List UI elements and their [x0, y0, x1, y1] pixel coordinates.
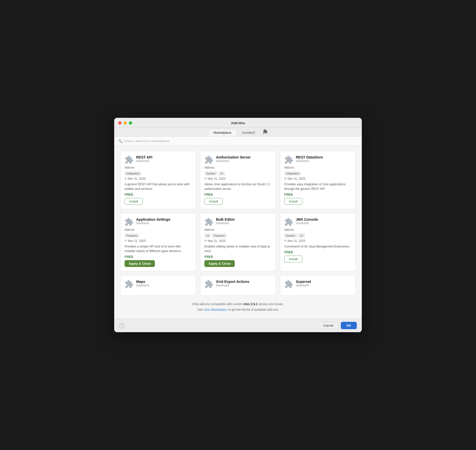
install-button-auth-server[interactable]: Install [204, 198, 223, 205]
addon-name: Superset [296, 280, 351, 284]
addon-card-grid-export: Grid Export Actions Haulmont [200, 275, 276, 296]
tag: Features [212, 234, 226, 238]
addon-date: ↻ Mar 31, 2025 [204, 239, 272, 243]
tag: Integration [125, 171, 141, 175]
addon-type: Add-on [125, 228, 192, 232]
help-button[interactable]: ? [119, 323, 125, 328]
apply-close-button-app-settings[interactable]: Apply & Close [125, 260, 155, 267]
addon-name: JMX Console [296, 217, 351, 221]
addon-date: ↻ Mar 31, 2025 [125, 177, 192, 181]
refresh-icon: ↻ [204, 177, 207, 180]
tab-marketplace[interactable]: Marketplace [208, 129, 237, 136]
addon-name: Maps [136, 280, 192, 284]
addon-name: Authorization Server [216, 155, 272, 159]
addons-grid-row1: REST API Haulmont Add-on Integration ↻ M… [120, 151, 356, 209]
ok-button[interactable]: OK [341, 322, 357, 329]
footer-info: Only add-ons compatible with current Jmi… [120, 300, 356, 313]
tag: UI [298, 234, 305, 238]
addon-window: Add-Ons Marketplace Installed* 🔍 [114, 118, 362, 332]
search-input[interactable] [124, 139, 358, 143]
install-button-jmx-console[interactable]: Install [284, 256, 302, 262]
addon-vendor: Haulmont [296, 221, 351, 225]
content-area: REST API Haulmont Add-on Integration ↻ M… [114, 146, 362, 319]
addon-vendor: Haulmont [216, 159, 272, 163]
addon-price: FREE [204, 193, 272, 196]
addon-type: Add-on [125, 166, 192, 169]
addon-description: Provides easy integration of Jmix applic… [284, 182, 351, 191]
addon-name: REST API [136, 155, 192, 159]
addon-icon-superset [284, 280, 293, 289]
addon-icon-bulk-editor [204, 217, 213, 227]
addon-icon-rest-datastore [284, 155, 293, 164]
maximize-button[interactable] [129, 121, 132, 125]
refresh-icon: ↻ [125, 239, 127, 242]
addons-grid-row2: Application Settings Haulmont Add-on Fea… [120, 213, 356, 271]
refresh-icon: ↻ [284, 239, 287, 242]
jmix-marketplace-link[interactable]: Jmix Marketplace [204, 308, 227, 311]
addon-vendor: Haulmont [296, 284, 351, 287]
traffic-lights [118, 121, 132, 125]
jmix-version: Jmix 2.5.1 [243, 302, 257, 306]
footer-actions: Cancel OK [318, 322, 357, 329]
addon-icon-jmx-console [284, 217, 293, 227]
add-plugin-icon[interactable] [263, 129, 268, 136]
addon-price: FREE [284, 193, 351, 196]
addon-type: Add-on [284, 228, 351, 232]
install-button-rest-datastore[interactable]: Install [284, 198, 302, 205]
apply-close-button-bulk-editor[interactable]: Apply & Close [204, 260, 235, 267]
cancel-button[interactable]: Cancel [318, 322, 338, 329]
addon-type: Add-on [204, 228, 272, 232]
addon-description: Enables editing values in multiple rows … [204, 244, 272, 253]
refresh-icon: ↻ [204, 239, 207, 242]
minimize-button[interactable] [124, 121, 127, 125]
addon-icon-maps [125, 280, 134, 289]
install-button-rest-api[interactable]: Install [125, 198, 143, 205]
addon-name: Bulk Editor [216, 217, 272, 221]
tag: Features [125, 234, 139, 238]
addon-card-jmx-console: JMX Console Haulmont Add-on System UI ↻ … [280, 213, 356, 271]
addon-date: ↻ Mar 31, 2025 [284, 239, 351, 243]
addon-card-auth-server: Authorization Server Haulmont Add-on Sys… [200, 151, 276, 209]
dialog-footer: ? Cancel OK [114, 319, 362, 332]
addon-date: ↻ Mar 31, 2025 [125, 239, 192, 243]
addon-icon-rest-api [125, 155, 134, 164]
addon-vendor: Haulmont [216, 284, 272, 287]
addon-icon-grid-export [204, 280, 213, 289]
addon-icon-app-settings [125, 217, 134, 227]
addon-description: Allows Jmix applications to function as … [204, 182, 272, 191]
addons-grid-row3: Maps Haulmont Grid Export Actions Haulmo… [120, 275, 356, 296]
search-bar: 🔍 [114, 137, 362, 146]
addon-price: FREE [204, 255, 272, 259]
tag: UI [219, 171, 225, 175]
tab-installed[interactable]: Installed* [237, 129, 261, 136]
addon-name: Application Settings [136, 217, 192, 221]
addon-card-maps: Maps Haulmont [120, 275, 196, 296]
addon-icon-auth-server [204, 155, 213, 164]
refresh-icon: ↻ [284, 177, 287, 180]
tag: System [204, 171, 217, 175]
addon-date: ↻ Mar 31, 2025 [284, 177, 351, 181]
addon-price: FREE [284, 250, 351, 254]
close-button[interactable] [118, 121, 122, 125]
tag: Integration [284, 171, 301, 175]
addon-card-rest-api: REST API Haulmont Add-on Integration ↻ M… [120, 151, 196, 209]
search-icon: 🔍 [118, 139, 123, 143]
addon-vendor: Haulmont [136, 159, 192, 163]
addon-card-superset: Superset Haulmont [280, 275, 356, 296]
addon-type: Add-on [204, 166, 272, 169]
refresh-icon: ↻ [125, 177, 127, 180]
addon-vendor: Haulmont [296, 159, 351, 163]
addon-type: Add-on [284, 166, 351, 169]
tag: UI [204, 234, 211, 238]
addon-vendor: Haulmont [136, 284, 192, 287]
addon-description: Provides a simple API and UI to work wit… [125, 244, 192, 253]
tabs-bar: Marketplace Installed* [114, 127, 362, 137]
addon-price: FREE [125, 193, 192, 196]
addon-vendor: Haulmont [136, 221, 192, 225]
addon-name: Grid Export Actions [216, 280, 272, 284]
window-title: Add-Ons [231, 121, 245, 125]
addon-vendor: Haulmont [216, 221, 272, 225]
tag: System [284, 234, 297, 238]
addon-card-bulk-editor: Bulk Editor Haulmont Add-on UI Features … [200, 213, 276, 271]
addon-date: ↻ Mar 31, 2025 [204, 177, 272, 181]
